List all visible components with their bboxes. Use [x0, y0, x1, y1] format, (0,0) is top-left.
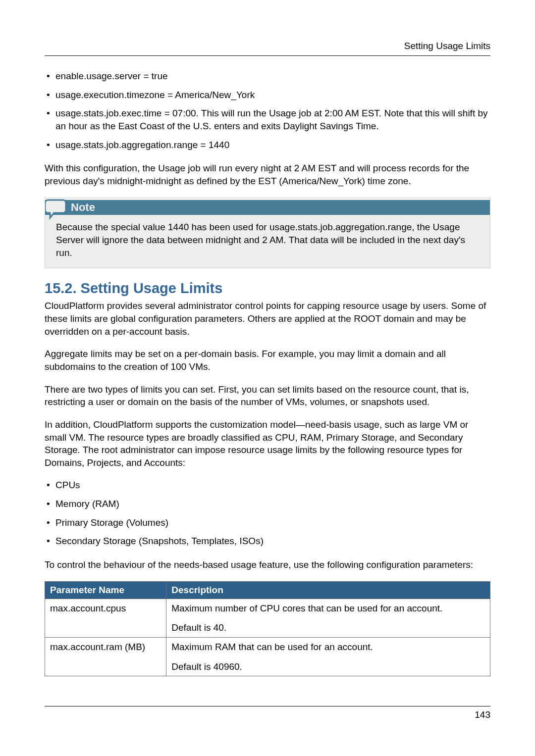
param-desc-cell: Maximum number of CPU cores that can be …: [166, 599, 490, 637]
table-row: max.account.ram (MB) Maximum RAM that ca…: [45, 637, 490, 676]
paragraph: In addition, CloudPlatform supports the …: [45, 418, 490, 469]
page-container: Setting Usage Limits enable.usage.server…: [0, 0, 535, 740]
paragraph: There are two types of limits you can se…: [45, 383, 490, 408]
list-item: Secondary Storage (Snapshots, Templates,…: [45, 535, 490, 548]
param-desc-line: Maximum number of CPU cores that can be …: [171, 602, 485, 615]
param-name-cell: max.account.cpus: [45, 599, 166, 637]
footer-rule: [45, 706, 490, 706]
bullet-list-1: enable.usage.server = true usage.executi…: [45, 70, 490, 151]
speech-bubble-icon: [45, 197, 69, 221]
param-desc-line: Default is 40960.: [171, 660, 485, 673]
note-header: Note: [45, 197, 490, 221]
note-callout: Note Because the special value 1440 has …: [45, 197, 490, 268]
list-item: Memory (RAM): [45, 498, 490, 510]
header-rule: [45, 55, 490, 56]
note-body: Because the special value 1440 has been …: [45, 221, 490, 259]
column-header-name: Parameter Name: [45, 581, 166, 599]
page-number: 143: [45, 709, 490, 720]
list-item: CPUs: [45, 479, 490, 492]
bullet-list-2: CPUs Memory (RAM) Primary Storage (Volum…: [45, 479, 490, 548]
list-item: Primary Storage (Volumes): [45, 516, 490, 529]
param-desc-cell: Maximum RAM that can be used for an acco…: [166, 637, 490, 676]
section-heading: 15.2. Setting Usage Limits: [45, 280, 490, 297]
list-item: usage.execution.timezone = America/New_Y…: [45, 89, 490, 101]
table-row: max.account.cpus Maximum number of CPU c…: [45, 599, 490, 637]
list-item: usage.stats.job.aggregation.range = 1440: [45, 139, 490, 151]
param-desc-line: Maximum RAM that can be used for an acco…: [171, 641, 485, 654]
page-header-right: Setting Usage Limits: [45, 41, 490, 51]
column-header-description: Description: [166, 581, 490, 599]
param-desc-line: Default is 40.: [171, 621, 485, 634]
paragraph: With this configuration, the Usage job w…: [45, 162, 490, 187]
paragraph: To control the behaviour of the needs-ba…: [45, 558, 490, 571]
list-item: enable.usage.server = true: [45, 70, 490, 83]
table-header-row: Parameter Name Description: [45, 581, 490, 599]
param-name-cell: max.account.ram (MB): [45, 637, 166, 676]
paragraph: Aggregate limits may be set on a per-dom…: [45, 348, 490, 373]
parameters-table: Parameter Name Description max.account.c…: [45, 581, 490, 677]
list-item: usage.stats.job.exec.time = 07:00. This …: [45, 107, 490, 132]
note-bar: [45, 200, 490, 215]
paragraph: CloudPlatform provides several administr…: [45, 300, 490, 338]
note-label: Note: [71, 200, 95, 215]
